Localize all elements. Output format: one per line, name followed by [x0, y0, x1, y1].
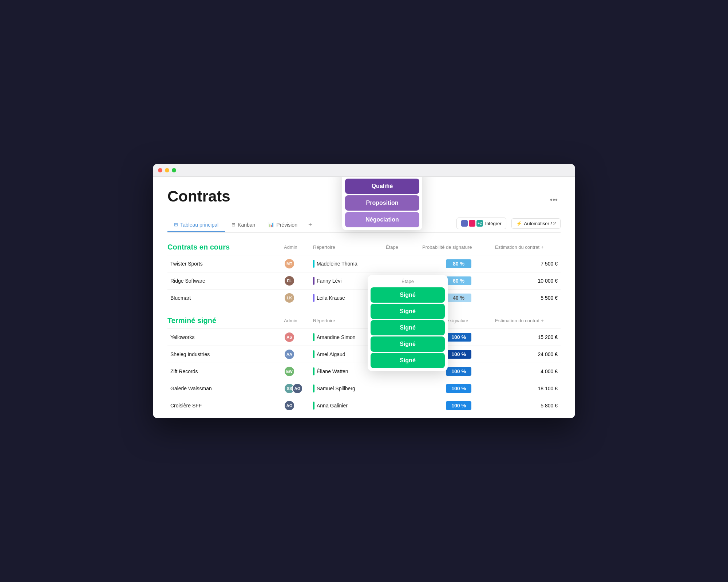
- app-window: Contrats ••• ⊞ Tableau principal ⊟ Kanba…: [153, 164, 575, 418]
- integrate-icon: +2: [461, 220, 483, 227]
- table-row: Twister Sports MT Madeleine Thoma 80 % 7…: [167, 255, 561, 272]
- row-admin: SS AG: [284, 383, 313, 394]
- prob-badge: 100 %: [446, 367, 471, 376]
- avatar: EW: [284, 366, 295, 377]
- row-estimation: 24 000 €: [495, 351, 561, 357]
- minimize-dot[interactable]: [165, 168, 169, 172]
- page-title: Contrats: [167, 188, 230, 205]
- grid-icon: ⊞: [174, 222, 178, 227]
- add-col-icon[interactable]: +: [541, 244, 544, 250]
- row-probability: 100 %: [422, 384, 495, 393]
- popup-option-signe-2[interactable]: Signé: [371, 304, 445, 319]
- title-bar: [153, 164, 575, 177]
- popup-option-signe-4[interactable]: Signé: [371, 336, 445, 352]
- avatar: AS: [284, 332, 295, 343]
- row-estimation: 10 000 €: [495, 278, 561, 284]
- section-title-en-cours: Contrats en cours: [167, 243, 284, 251]
- tab-tableau[interactable]: ⊞ Tableau principal: [167, 218, 225, 232]
- section-termine: Terminé signé Admin Répertoire Étape Pro…: [167, 316, 561, 414]
- row-admin: LK: [284, 292, 313, 303]
- prob-badge: 100 %: [446, 401, 471, 410]
- popup-option-signe-1[interactable]: Signé: [371, 287, 445, 303]
- prob-badge: 100 %: [446, 384, 471, 393]
- popup-option-signe-5[interactable]: Signé: [371, 353, 445, 368]
- row-probability: 80 %: [422, 259, 495, 268]
- row-admin: AS: [284, 332, 313, 343]
- col-estimation-2: Estimation du contrat +: [495, 318, 561, 323]
- section-en-cours: Contrats en cours Admin Répertoire Étape…: [167, 243, 561, 306]
- col-estimation-1: Estimation du contrat +: [495, 244, 561, 250]
- row-admin: EW: [284, 366, 313, 377]
- row-estimation: 4 000 €: [495, 368, 561, 374]
- row-name: Zift Records: [167, 368, 284, 374]
- row-name: Galerie Waissman: [167, 386, 284, 391]
- popup-option-signe-3[interactable]: Signé: [371, 320, 445, 335]
- automate-button[interactable]: ⚡ Automatiser / 2: [511, 218, 561, 229]
- avatar: AA: [284, 349, 295, 360]
- row-estimation: 5 500 €: [495, 295, 561, 301]
- row-repertoire: Anna Galinier: [313, 402, 386, 410]
- row-name: Bluemart: [167, 295, 284, 301]
- maximize-dot[interactable]: [172, 168, 176, 172]
- color-bar: [313, 350, 314, 358]
- row-repertoire: Samuel Spillberg: [313, 384, 386, 392]
- avatar: FL: [284, 275, 295, 286]
- add-col-icon-2[interactable]: +: [541, 318, 544, 323]
- prob-badge: 60 %: [446, 276, 471, 285]
- col-admin-2: Admin: [284, 318, 313, 323]
- row-admin: FL: [284, 275, 313, 286]
- table-row: Sheleg Industries AA Amel Aigaud 100 % 2…: [167, 346, 561, 363]
- row-repertoire: Madeleine Thoma: [313, 260, 386, 268]
- bot-icon: ⚡: [516, 221, 522, 226]
- row-name: Yelloworks: [167, 334, 284, 340]
- avatar: AG: [292, 383, 303, 394]
- row-name: Twister Sports: [167, 261, 284, 267]
- close-dot[interactable]: [158, 168, 162, 172]
- avatar: LK: [284, 292, 295, 303]
- avatar-group: SS AG: [284, 383, 303, 394]
- row-name: Sheleg Industries: [167, 351, 284, 357]
- row-name: Croisière SFF: [167, 403, 284, 408]
- more-button[interactable]: •••: [547, 194, 561, 206]
- tab-add[interactable]: +: [304, 218, 317, 232]
- popup-etape-top: Étape Qualifié Proposition Négociation: [342, 177, 422, 230]
- col-prob-1: Probabilité de signature: [422, 244, 495, 250]
- integrate-button[interactable]: +2 Intégrer: [456, 218, 506, 229]
- avatar: MT: [284, 258, 295, 269]
- table-row: Croisière SFF AG Anna Galinier 100 % 5 8…: [167, 397, 561, 414]
- row-estimation: 7 500 €: [495, 261, 561, 267]
- row-estimation: 5 800 €: [495, 403, 561, 408]
- prob-badge: 100 %: [446, 333, 471, 342]
- col-etape-1: Étape: [386, 244, 422, 250]
- popup-option-negociation[interactable]: Négociation: [345, 212, 419, 227]
- row-estimation: 15 200 €: [495, 334, 561, 340]
- prob-badge: 80 %: [446, 259, 471, 268]
- top-actions: +2 Intégrer ⚡ Automatiser / 2: [456, 218, 561, 229]
- avatar: AG: [284, 400, 295, 411]
- table-row: Yelloworks AS Amandine Simon 100 % 15 20…: [167, 328, 561, 346]
- popup-header-top: Étape: [342, 177, 422, 177]
- col-repertoire-1: Répertoire: [313, 244, 386, 250]
- popup-option-qualifie[interactable]: Qualifié: [345, 179, 419, 194]
- table-row: Bluemart LK Leila Krause 40 % 5 500 €: [167, 289, 561, 306]
- color-bar: [313, 402, 314, 410]
- tab-kanban[interactable]: ⊟ Kanban: [225, 218, 262, 232]
- row-estimation: 18 100 €: [495, 386, 561, 391]
- table-row: Ridge Software FL Fanny Lévi 60 % 10 000…: [167, 272, 561, 289]
- color-bar: [313, 277, 314, 285]
- color-bar: [313, 367, 314, 375]
- row-probability: 100 %: [422, 401, 495, 410]
- row-admin: AA: [284, 349, 313, 360]
- prob-badge: 100 %: [446, 350, 471, 359]
- popup-header-bottom: Étape: [368, 275, 448, 286]
- table-row: Zift Records EW Éliane Watten 100 % 4 00…: [167, 363, 561, 380]
- tab-prevision[interactable]: 📊 Prévision: [262, 218, 304, 232]
- app-content: Contrats ••• ⊞ Tableau principal ⊟ Kanba…: [153, 177, 575, 418]
- prob-badge: 40 %: [446, 294, 471, 302]
- popup-option-proposition[interactable]: Proposition: [345, 195, 419, 211]
- section-header-termine: Terminé signé Admin Répertoire Étape Pro…: [167, 316, 561, 327]
- chart-icon: 📊: [268, 222, 274, 227]
- section-header-en-cours: Contrats en cours Admin Répertoire Étape…: [167, 243, 561, 254]
- col-admin-1: Admin: [284, 244, 313, 250]
- section-title-termine: Terminé signé: [167, 316, 284, 325]
